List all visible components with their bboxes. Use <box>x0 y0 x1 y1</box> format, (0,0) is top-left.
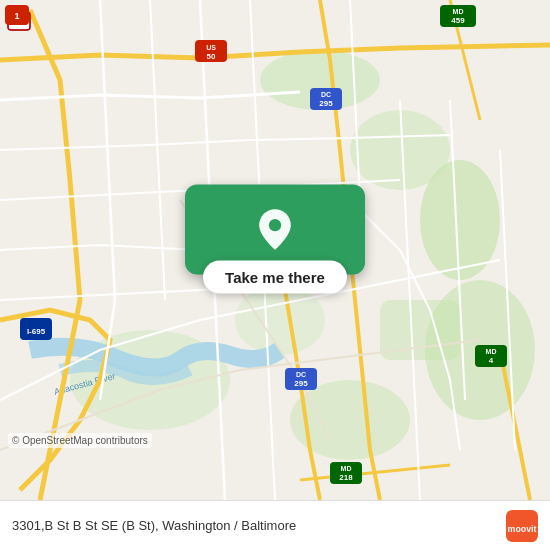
moovit-logo: moovit <box>506 510 538 542</box>
moovit-icon: moovit <box>506 510 538 542</box>
svg-text:295: 295 <box>294 379 308 388</box>
map-container: Anacostia River <box>0 0 550 500</box>
svg-text:I-695: I-695 <box>27 327 46 336</box>
svg-text:MD: MD <box>486 348 497 355</box>
svg-text:218: 218 <box>339 473 353 482</box>
svg-text:DC: DC <box>321 91 331 98</box>
svg-text:MD: MD <box>341 465 352 472</box>
svg-text:4: 4 <box>489 356 494 365</box>
svg-point-41 <box>269 219 281 231</box>
take-me-there-overlay: Take me there <box>185 185 365 294</box>
svg-text:MD: MD <box>453 8 464 15</box>
svg-point-6 <box>235 285 325 355</box>
svg-text:459: 459 <box>451 16 465 25</box>
pin-icon <box>253 208 297 252</box>
svg-text:50: 50 <box>207 52 216 61</box>
address-label: 3301,B St B St SE (B St), Washington / B… <box>12 518 296 533</box>
map-attribution: © OpenStreetMap contributors <box>8 433 152 448</box>
svg-text:1: 1 <box>14 11 19 21</box>
svg-text:US: US <box>206 44 216 51</box>
svg-text:DC: DC <box>296 371 306 378</box>
take-me-there-button[interactable]: Take me there <box>203 261 347 294</box>
bottom-bar: 3301,B St B St SE (B St), Washington / B… <box>0 500 550 550</box>
svg-text:295: 295 <box>319 99 333 108</box>
svg-text:moovit: moovit <box>508 524 537 534</box>
